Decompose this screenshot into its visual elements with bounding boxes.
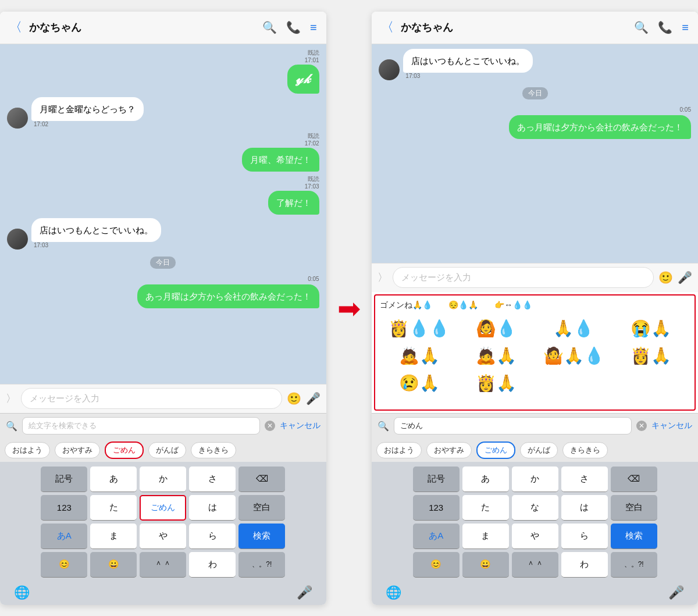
key-wa[interactable]: わ — [189, 552, 236, 578]
right-chat-area: 店はいつもんとこでいいね。 17:03 今日 0:05 あっ月曜は夕方から会社の… — [372, 44, 698, 263]
emoji-cell[interactable]: 👸🙏 — [460, 371, 533, 395]
key-ra[interactable]: ら — [189, 524, 236, 549]
key-ya[interactable]: や — [140, 524, 186, 549]
search-cancel-button[interactable]: キャンセル — [651, 421, 692, 431]
emoji-grid: 👸💧💧 🙆💧 🙏💧 😭🙏 🙇🙏 🙇🙏 🤷🙏💧 👸🙏 😢🙏 👸🙏 — [380, 314, 690, 397]
emoji-cell[interactable]: 🙇🙏 — [382, 344, 456, 368]
kb-row-2: 123 た な は 空白 — [374, 495, 696, 521]
key-ha[interactable]: は — [189, 495, 236, 521]
globe-icon[interactable]: 🌐 — [14, 585, 30, 600]
bubble: 店はいつもんとこでいいね。 — [31, 218, 161, 242]
emoji-cell[interactable]: 🙏💧 — [537, 316, 611, 340]
cat-ohayou[interactable]: おはよう — [376, 442, 422, 458]
mic-icon[interactable]: 🎤 — [678, 270, 692, 284]
key-punct[interactable]: 、。?! — [611, 552, 657, 578]
emoji-search-input[interactable]: 絵文字を検索できる — [22, 417, 260, 435]
key-ta[interactable]: た — [462, 495, 509, 521]
key-ya[interactable]: や — [512, 524, 558, 549]
right-menu-icon[interactable]: ≡ — [682, 21, 689, 34]
cat-ganba[interactable]: がんば — [148, 442, 186, 458]
bubble: 了解だ！ — [268, 191, 319, 215]
key-delete[interactable]: ⌫ — [611, 467, 657, 492]
mic-bottom-icon[interactable]: 🎤 — [297, 585, 312, 600]
cat-oyasumi[interactable]: おやすみ — [55, 442, 100, 458]
left-chat-title: かなちゃん — [29, 20, 255, 34]
key-ma[interactable]: ま — [90, 524, 137, 549]
cat-kirakira[interactable]: きらきら — [191, 442, 236, 458]
cat-kirakira[interactable]: きらきら — [562, 442, 608, 458]
key-search[interactable]: 検索 — [611, 524, 657, 549]
key-ka[interactable]: か — [512, 467, 558, 492]
key-123[interactable]: 123 — [413, 495, 460, 521]
key-kigo[interactable]: 記号 — [413, 467, 460, 492]
emoji-cell[interactable]: 🙇🙏 — [460, 344, 533, 368]
bubble: あっ月曜は夕方から会社の飲み会だった！ — [509, 115, 691, 139]
globe-icon[interactable]: 🌐 — [386, 585, 401, 600]
left-search-icon[interactable]: 🔍 — [262, 20, 277, 34]
msg-time: 17:03 — [31, 242, 48, 248]
key-ma[interactable]: ま — [462, 524, 509, 549]
mic-icon[interactable]: 🎤 — [306, 391, 320, 405]
emoji-cell[interactable]: 😢🙏 — [382, 371, 456, 395]
key-delete[interactable]: ⌫ — [238, 467, 285, 492]
emoji-icon[interactable]: 🙂 — [658, 270, 673, 284]
key-wa[interactable]: わ — [561, 552, 608, 578]
right-emoji-search: 🔍 ごめん ✕ キャンセル — [372, 413, 698, 439]
key-space[interactable]: 空白 — [238, 495, 285, 521]
right-search-icon[interactable]: 🔍 — [634, 20, 649, 34]
emoji-search-input[interactable]: ごめん — [394, 417, 632, 435]
left-menu-icon[interactable]: ≡ — [310, 21, 317, 34]
date-badge: 今日 — [7, 257, 319, 269]
emoji-cell[interactable]: 😭🙏 — [614, 316, 688, 340]
key-space[interactable]: 空白 — [611, 495, 657, 521]
key-sa[interactable]: さ — [561, 467, 608, 492]
expand-icon[interactable]: 〉 — [378, 270, 388, 284]
cat-ohayou[interactable]: おはよう — [5, 442, 50, 458]
message-input[interactable]: メッセージを入力 — [21, 388, 282, 409]
key-ka[interactable]: か — [140, 467, 186, 492]
key-ra[interactable]: ら — [561, 524, 608, 549]
key-123[interactable]: 123 — [41, 495, 87, 521]
key-na[interactable]: な — [512, 495, 558, 521]
key-emoji-bottom[interactable]: 😊 — [41, 552, 87, 578]
right-back-button[interactable]: 〈 — [381, 19, 394, 36]
key-aa[interactable]: あA — [413, 524, 460, 549]
left-phone-icon[interactable]: 📞 — [286, 20, 301, 34]
search-clear-icon[interactable]: ✕ — [636, 421, 647, 431]
emoji-cell[interactable]: 🙆💧 — [460, 316, 533, 340]
key-ta[interactable]: た — [90, 495, 137, 521]
key-aa[interactable]: あA — [41, 524, 87, 549]
emoji-cell[interactable]: 🤷🙏💧 — [537, 344, 611, 368]
cat-oyasumi[interactable]: おやすみ — [426, 442, 472, 458]
key-emoji2[interactable]: 😀 — [90, 552, 137, 578]
key-punct[interactable]: 、。?! — [238, 552, 285, 578]
search-cancel-button[interactable]: キャンセル — [280, 421, 320, 431]
key-sa[interactable]: さ — [189, 467, 236, 492]
key-search[interactable]: 検索 — [238, 524, 285, 549]
mic-bottom-icon[interactable]: 🎤 — [668, 585, 684, 600]
date-badge: 今日 — [379, 87, 691, 99]
read-status: 既読17:03 — [305, 175, 319, 190]
emoji-cell[interactable]: 👸🙏 — [614, 344, 688, 368]
table-row: 既読17:01 𝓎𝓀 — [7, 49, 319, 94]
key-emoji2[interactable]: 😀 — [462, 552, 509, 578]
key-a[interactable]: あ — [90, 467, 137, 492]
key-kigo[interactable]: 記号 — [41, 467, 87, 492]
cat-gomen[interactable]: ごめん — [476, 441, 515, 459]
key-ha[interactable]: は — [561, 495, 608, 521]
key-a[interactable]: あ — [462, 467, 509, 492]
emoji-icon[interactable]: 🙂 — [287, 391, 301, 405]
key-caret[interactable]: ＾＾ — [140, 552, 186, 578]
right-phone-icon[interactable]: 📞 — [658, 20, 672, 34]
search-clear-icon[interactable]: ✕ — [265, 421, 275, 431]
cat-ganba[interactable]: がんば — [520, 442, 558, 458]
emoji-cell[interactable]: 👸💧💧 — [382, 316, 456, 340]
left-back-button[interactable]: 〈 — [9, 19, 22, 36]
expand-icon[interactable]: 〉 — [6, 391, 16, 405]
message-input[interactable]: メッセージを入力 — [393, 267, 654, 288]
key-emoji-bottom[interactable]: 😊 — [413, 552, 460, 578]
arrow-container: ➡ — [326, 292, 372, 325]
key-caret[interactable]: ＾＾ — [512, 552, 558, 578]
key-gomen[interactable]: ごめん — [140, 495, 186, 521]
cat-gomen[interactable]: ごめん — [105, 441, 144, 459]
